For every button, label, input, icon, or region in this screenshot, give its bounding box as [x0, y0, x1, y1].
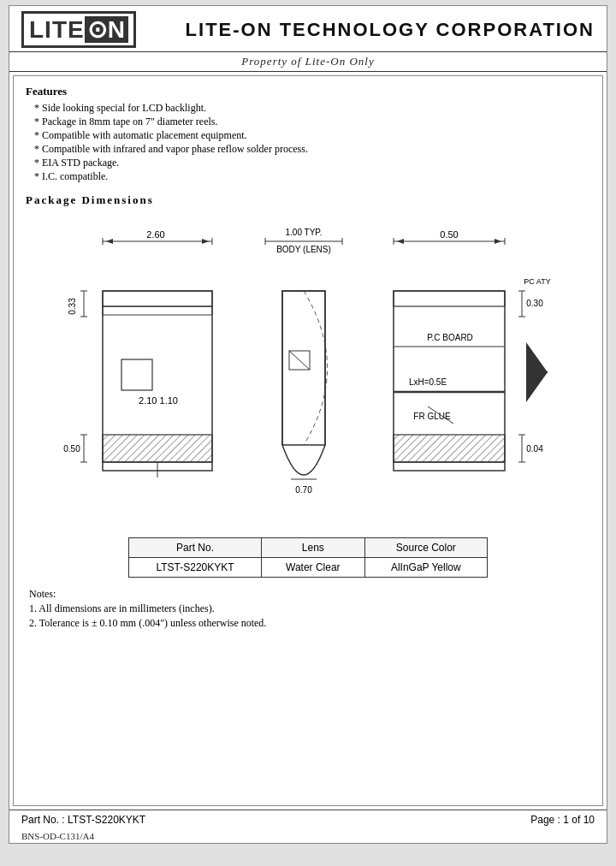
footer-page-label: Page :	[530, 814, 560, 826]
svg-text:0.50: 0.50	[63, 444, 80, 454]
page: LITE⊙N LITE-ON TECHNOLOGY CORPORATION Pr…	[9, 5, 607, 844]
svg-text:PC ATY: PC ATY	[524, 277, 550, 286]
logo-lite: LITE	[29, 16, 85, 43]
package-dim-title: Package Dimensions	[26, 193, 590, 207]
logo: LITE⊙N	[21, 11, 136, 48]
svg-text:LxH=0.5E: LxH=0.5E	[409, 377, 447, 387]
feature-item: * Compatible with infrared and vapor pha…	[34, 143, 590, 156]
svg-text:1.00 TYP.: 1.00 TYP.	[286, 228, 323, 237]
footer-page: Page : 1 of 10	[530, 814, 595, 826]
notes: Notes: 1. All dimensions are in millimet…	[26, 588, 590, 630]
table-cell-lens: Water Clear	[262, 558, 365, 578]
notes-title: Notes:	[29, 588, 590, 601]
footer: Part No. : LTST-S220KYKT Page : 1 of 10	[9, 810, 607, 829]
svg-text:FR GLUE: FR GLUE	[413, 412, 451, 421]
table-cell-color: AlInGaP Yellow	[364, 558, 487, 578]
svg-rect-8	[103, 291, 212, 306]
svg-rect-47	[394, 435, 505, 462]
svg-marker-6	[202, 239, 209, 244]
note-item-1: 1. All dimensions are in millimeters (in…	[29, 602, 590, 615]
svg-text:2.60: 2.60	[146, 229, 164, 240]
svg-line-30	[289, 351, 310, 370]
table-header-color: Source Color	[364, 538, 487, 558]
feature-item: * Package in 8mm tape on 7" diameter ree…	[34, 116, 590, 128]
doc-number: BNS-OD-C131/A4	[21, 831, 94, 841]
table-row: LTST-S220KYKT Water Clear AlInGaP Yellow	[129, 558, 488, 578]
svg-text:0.30: 0.30	[526, 299, 543, 308]
logo-on: ⊙N	[85, 16, 128, 43]
table-cell-part-no: LTST-S220KYKT	[129, 558, 262, 578]
svg-rect-40	[394, 291, 505, 306]
table-header-lens: Lens	[262, 538, 365, 558]
main-content: Features * Side looking special for LCD …	[13, 75, 603, 806]
part-table: Part No. Lens Source Color LTST-S220KYKT…	[128, 537, 488, 578]
svg-marker-38	[495, 239, 501, 244]
footer-of-label: of	[572, 814, 580, 826]
subtitle: Property of Lite-On Only	[9, 52, 607, 72]
footer-part: Part No. : LTST-S220KYKT	[21, 814, 145, 826]
svg-text:0.33: 0.33	[68, 298, 77, 315]
feature-item: * Compatible with automatic placement eq…	[34, 129, 590, 142]
svg-text:2.10   1.10: 2.10 1.10	[139, 395, 178, 406]
svg-rect-11	[103, 435, 212, 462]
header: LITE⊙N LITE-ON TECHNOLOGY CORPORATION	[9, 6, 607, 52]
features-title: Features	[26, 85, 590, 98]
features-list: * Side looking special for LCD backlight…	[34, 102, 590, 183]
feature-item: * Side looking special for LCD backlight…	[34, 102, 590, 115]
feature-item: * I.C. compatible.	[34, 170, 590, 183]
svg-text:P.C BOARD: P.C BOARD	[427, 333, 473, 342]
footer-part-label: Part No. :	[21, 814, 65, 826]
svg-text:0.50: 0.50	[440, 229, 458, 240]
company-name: LITE-ON TECHNOLOGY CORPORATION	[186, 19, 595, 41]
svg-marker-37	[397, 239, 404, 244]
footer-total-pages: 10	[583, 814, 595, 826]
diagram-area: 2.60	[26, 214, 590, 522]
svg-rect-9	[103, 306, 212, 315]
svg-text:0.04: 0.04	[526, 444, 543, 454]
package-diagram: 2.60	[60, 214, 556, 522]
svg-text:0.70: 0.70	[295, 485, 312, 495]
footer-page-num: 1	[563, 814, 569, 826]
svg-text:BODY (LENS): BODY (LENS)	[276, 245, 331, 254]
feature-item: * EIA STD package.	[34, 157, 590, 169]
table-header-part: Part No.	[129, 538, 262, 558]
footer-doc: BNS-OD-C131/A4	[9, 829, 607, 843]
note-item-2: 2. Tolerance is ± 0.10 mm (.004") unless…	[29, 617, 590, 630]
svg-rect-10	[121, 359, 152, 390]
footer-part-no: LTST-S220KYKT	[68, 814, 145, 826]
svg-marker-5	[106, 239, 113, 244]
